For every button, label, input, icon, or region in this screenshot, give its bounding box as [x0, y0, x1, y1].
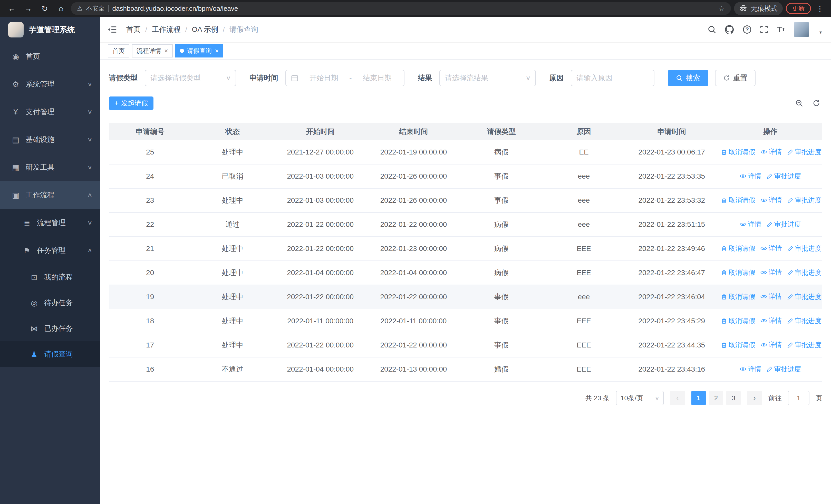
- progress-action-link[interactable]: 审批进度: [766, 365, 801, 374]
- sidebar-item-infrastructure[interactable]: ▤基础设施∨: [0, 126, 100, 153]
- update-button[interactable]: 更新: [786, 3, 811, 14]
- sidebar-item-todo-tasks[interactable]: ◎待办任务: [0, 290, 100, 316]
- github-icon[interactable]: [725, 25, 734, 34]
- apply-time-range-picker[interactable]: 开始日期 - 结束日期: [285, 70, 404, 86]
- detail-action-link[interactable]: 详情: [761, 196, 782, 205]
- security-label[interactable]: 不安全: [86, 4, 105, 12]
- cell-end_time: 2022-01-22 00:00:00: [367, 285, 460, 309]
- dashboard-icon: ◉: [11, 52, 20, 61]
- cell-apply_time: 2022-01-22 23:43:16: [625, 357, 718, 381]
- close-icon[interactable]: ×: [164, 47, 168, 55]
- cell-end_time: 2022-01-04 00:00:00: [367, 261, 460, 285]
- create-leave-button[interactable]: + 发起请假: [109, 96, 153, 110]
- tab-flow-detail[interactable]: 流程详情×: [132, 44, 173, 58]
- cancel-action-link[interactable]: 取消请假: [721, 340, 755, 350]
- progress-action-link[interactable]: 审批进度: [787, 317, 822, 325]
- progress-action-link[interactable]: 审批进度: [787, 340, 822, 350]
- prev-page-button[interactable]: ‹: [670, 391, 685, 405]
- avatar-caret-icon[interactable]: ▾: [820, 30, 822, 37]
- url-text[interactable]: dashboard.yudao.iocoder.cn/bpm/oa/leave: [112, 5, 715, 12]
- detail-action-link[interactable]: 详情: [761, 340, 782, 349]
- cell-reason: eee: [543, 212, 625, 237]
- forward-button[interactable]: →: [22, 2, 35, 15]
- sidebar-item-payment-management[interactable]: ¥支付管理∨: [0, 98, 100, 126]
- cell-end_time: 2022-01-22 00:00:00: [367, 333, 460, 357]
- start-date-placeholder[interactable]: 开始日期: [302, 73, 345, 83]
- bookmark-star-icon[interactable]: ☆: [718, 4, 725, 13]
- avatar[interactable]: [794, 22, 809, 37]
- sidebar-item-dev-tools[interactable]: ▦研发工具∨: [0, 153, 100, 181]
- detail-action-link[interactable]: 详情: [761, 292, 782, 301]
- reload-button[interactable]: ↻: [38, 2, 51, 15]
- sidebar-item-system-management[interactable]: ⚙系统管理∨: [0, 70, 100, 98]
- breadcrumb-item[interactable]: 首页: [126, 25, 141, 34]
- detail-action-link[interactable]: 详情: [761, 147, 782, 156]
- app-logo[interactable]: 芋道管理系统: [0, 17, 100, 42]
- page-button-3[interactable]: 3: [726, 391, 741, 405]
- tab-leave-query[interactable]: 请假查询×: [175, 44, 223, 58]
- page-size-select[interactable]: 10条/页 ∨: [616, 391, 664, 405]
- breadcrumb-item[interactable]: OA 示例: [192, 25, 219, 34]
- leave-type-select[interactable]: 请选择请假类型 ∨: [145, 70, 236, 86]
- result-select[interactable]: 请选择流结果 ∨: [439, 70, 536, 86]
- content: 请假类型 请选择请假类型 ∨ 申请时间 开始日期: [100, 60, 831, 504]
- cell-start_time: 2022-01-22 00:00:00: [274, 237, 367, 261]
- end-date-placeholder[interactable]: 结束日期: [356, 73, 399, 83]
- progress-action-link[interactable]: 审批进度: [787, 148, 822, 156]
- progress-action-link[interactable]: 审批进度: [787, 196, 822, 205]
- search-icon[interactable]: [708, 25, 716, 34]
- search-button[interactable]: 搜索: [668, 70, 708, 86]
- sidebar-item-my-processes[interactable]: ⊡我的流程: [0, 264, 100, 290]
- sidebar-item-done-tasks[interactable]: ⋈已办任务: [0, 316, 100, 341]
- cancel-action-link[interactable]: 取消请假: [721, 268, 755, 277]
- cancel-action-link[interactable]: 取消请假: [721, 244, 755, 253]
- collapse-menu-icon[interactable]: [107, 25, 117, 34]
- progress-action-link[interactable]: 审批进度: [766, 172, 801, 181]
- plus-icon: +: [114, 99, 119, 107]
- home-button[interactable]: ⌂: [54, 2, 68, 15]
- screen: ← → ↻ ⌂ ⚠ 不安全 dashboard.yudao.iocoder.cn…: [0, 0, 831, 504]
- sidebar-item-task-management[interactable]: ⚑任务管理∧: [0, 237, 100, 264]
- cancel-action-link[interactable]: 取消请假: [721, 317, 755, 325]
- cell-id: 22: [109, 212, 191, 237]
- browser-menu-icon[interactable]: ⋮: [814, 4, 826, 13]
- goto-page-input[interactable]: 1: [788, 391, 809, 405]
- detail-action-link[interactable]: 详情: [761, 268, 782, 277]
- breadcrumb-item[interactable]: 工作流程: [152, 25, 181, 34]
- sidebar-item-process-management[interactable]: ≣流程管理∨: [0, 209, 100, 237]
- progress-action-link[interactable]: 审批进度: [787, 244, 822, 253]
- progress-action-link[interactable]: 审批进度: [787, 292, 822, 301]
- sidebar-item-leave-query[interactable]: ♟请假查询: [0, 341, 100, 367]
- address-bar[interactable]: ⚠ 不安全 dashboard.yudao.iocoder.cn/bpm/oa/…: [71, 2, 731, 15]
- toggle-search-icon[interactable]: [795, 99, 803, 107]
- sidebar-item-workflow[interactable]: ▣工作流程∧: [0, 181, 100, 209]
- apply-time-label: 申请时间: [250, 73, 278, 83]
- page-button-2[interactable]: 2: [709, 391, 723, 405]
- progress-action-link[interactable]: 审批进度: [787, 268, 822, 277]
- tab-home[interactable]: 首页: [108, 44, 130, 58]
- cell-leave_type: 事假: [460, 333, 543, 357]
- reset-button[interactable]: 重置: [715, 70, 755, 86]
- cancel-action-link[interactable]: 取消请假: [721, 292, 755, 301]
- progress-action-link[interactable]: 审批进度: [766, 220, 801, 229]
- close-icon[interactable]: ×: [215, 47, 219, 55]
- font-size-icon[interactable]: TT: [777, 25, 785, 34]
- refresh-table-icon[interactable]: [812, 99, 820, 107]
- detail-action-link[interactable]: 详情: [740, 364, 761, 374]
- detail-action-link[interactable]: 详情: [740, 171, 761, 180]
- table-row: 25处理中2021-12-27 00:00:002022-01-19 00:00…: [109, 140, 822, 164]
- detail-action-link[interactable]: 详情: [740, 220, 761, 229]
- page-button-1[interactable]: 1: [691, 391, 706, 405]
- back-button[interactable]: ←: [5, 2, 19, 15]
- fullscreen-icon[interactable]: [760, 25, 768, 34]
- reason-input[interactable]: 请输入原因: [571, 70, 654, 86]
- next-page-button[interactable]: ›: [747, 391, 762, 405]
- cancel-action-link[interactable]: 取消请假: [721, 148, 755, 156]
- cell-apply_time: 2022-01-22 23:46:47: [625, 261, 718, 285]
- table-tools: [795, 99, 822, 107]
- sidebar-item-home[interactable]: ◉首页: [0, 42, 100, 70]
- cancel-action-link[interactable]: 取消请假: [721, 196, 755, 205]
- help-icon[interactable]: ?: [743, 25, 751, 34]
- detail-action-link[interactable]: 详情: [761, 316, 782, 325]
- detail-action-link[interactable]: 详情: [761, 244, 782, 253]
